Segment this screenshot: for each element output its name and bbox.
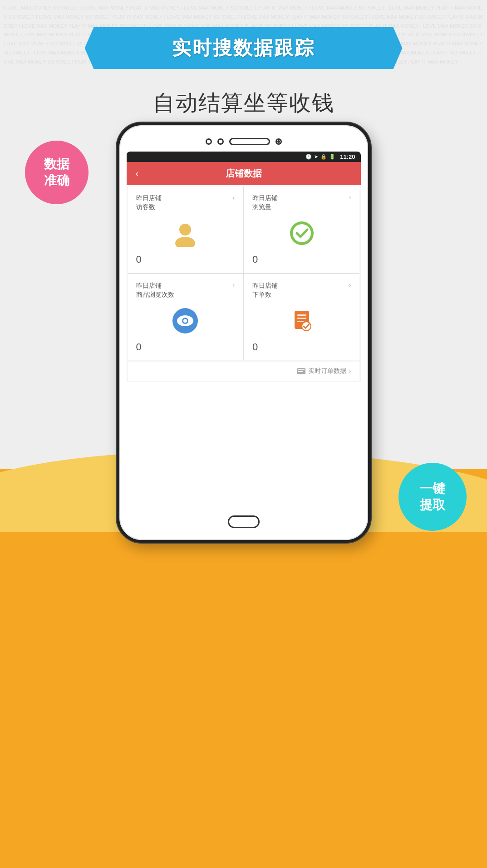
card-icon-area-3 — [136, 303, 235, 339]
screen-empty-area — [127, 382, 361, 509]
realtime-text: 实时订单数据 — [308, 367, 346, 375]
back-button[interactable]: ‹ — [136, 168, 139, 179]
card-value-3: 0 — [136, 339, 235, 353]
phone-dot-2 — [217, 138, 224, 145]
realtime-link-icon — [297, 368, 305, 374]
cyan-bubble-text-line2: 提取 — [420, 497, 445, 513]
card-icon-area-1 — [136, 215, 235, 251]
card-title-2: 昨日店铺 浏览量 — [252, 194, 278, 211]
card-title-line1-1: 昨日店铺 — [136, 194, 162, 203]
card-header-1: 昨日店铺 访客数 › — [136, 194, 235, 211]
navigation-icon: ➤ — [314, 154, 318, 160]
card-title-3: 昨日店铺 商品浏览次数 — [136, 281, 174, 299]
card-arrow-4: › — [349, 281, 351, 289]
card-title-line2-1: 访客数 — [136, 203, 162, 212]
cyan-bubble: 一键 提取 — [398, 463, 467, 531]
svg-rect-11 — [297, 321, 304, 322]
app-header: ‹ 店铺数据 — [127, 162, 361, 185]
phone-top-bar — [127, 134, 361, 152]
subtitle: 自动结算坐等收钱 — [153, 88, 335, 118]
product-views-card[interactable]: 昨日店铺 商品浏览次数 › 0 — [128, 274, 243, 360]
svg-rect-9 — [297, 314, 306, 316]
user-icon — [172, 220, 199, 247]
banner-text: 实时搜数据跟踪 — [172, 37, 315, 59]
visitors-card[interactable]: 昨日店铺 访客数 › 0 — [128, 186, 243, 273]
eye-icon — [172, 307, 199, 334]
pageviews-card[interactable]: 昨日店铺 浏览量 › 0 — [244, 186, 359, 273]
realtime-link[interactable]: 实时订单数据 › — [128, 362, 359, 381]
card-title-line1-4: 昨日店铺 — [252, 281, 278, 290]
card-header-3: 昨日店铺 商品浏览次数 › — [136, 281, 235, 299]
card-arrow-2: › — [349, 194, 351, 201]
battery-icon: 🔋 — [329, 154, 335, 160]
status-bar: 🕐 ➤ 🔒 🔋 11:20 — [127, 152, 361, 162]
svg-point-7 — [183, 319, 187, 323]
card-value-1: 0 — [136, 251, 235, 265]
pink-bubble-text-line2: 准确 — [44, 172, 69, 189]
realtime-link-arrow: › — [349, 368, 351, 375]
status-time: 11:20 — [340, 153, 355, 160]
svg-rect-15 — [298, 371, 303, 372]
card-title-line1-3: 昨日店铺 — [136, 281, 174, 290]
banner-container: 实时搜数据跟踪 — [85, 27, 403, 69]
svg-rect-14 — [298, 369, 305, 370]
card-arrow-1: › — [232, 194, 235, 201]
svg-point-1 — [175, 237, 195, 247]
svg-point-3 — [293, 224, 311, 242]
circle-check-icon — [288, 220, 315, 247]
subtitle-text: 自动结算坐等收钱 — [153, 91, 335, 115]
card-arrow-3: › — [232, 281, 235, 289]
phone-bottom-bar — [127, 509, 361, 531]
card-icon-area-4 — [252, 303, 351, 339]
phone-speaker — [229, 138, 270, 145]
banner: 实时搜数据跟踪 — [85, 27, 403, 69]
card-title-line2-3: 商品浏览次数 — [136, 290, 174, 299]
home-button[interactable] — [228, 515, 260, 528]
cyan-bubble-text-line1: 一键 — [420, 481, 445, 497]
svg-rect-10 — [297, 318, 306, 319]
card-title-line2-2: 浏览量 — [252, 203, 278, 212]
card-header-2: 昨日店铺 浏览量 › — [252, 194, 351, 211]
phone-screen: 🕐 ➤ 🔒 🔋 11:20 ‹ 店铺数据 昨日店铺 — [127, 152, 361, 509]
status-icons: 🕐 ➤ 🔒 🔋 — [305, 154, 335, 160]
card-title-line2-4: 下单数 — [252, 290, 278, 299]
phone-camera — [275, 138, 282, 145]
card-value-2: 0 — [252, 251, 351, 265]
card-value-4: 0 — [252, 339, 351, 353]
data-grid: 昨日店铺 访客数 › 0 — [128, 186, 359, 360]
order-icon — [288, 307, 315, 334]
svg-point-0 — [179, 224, 191, 235]
pink-bubble-text-line1: 数据 — [44, 156, 69, 172]
card-title-4: 昨日店铺 下单数 — [252, 281, 278, 299]
phone-outer: 🕐 ➤ 🔒 🔋 11:20 ‹ 店铺数据 昨日店铺 — [117, 123, 371, 543]
realtime-link-content: 实时订单数据 › — [297, 367, 351, 375]
header-title: 店铺数据 — [226, 167, 262, 180]
card-header-4: 昨日店铺 下单数 › — [252, 281, 351, 299]
pink-bubble: 数据 准确 — [25, 141, 89, 204]
card-title-1: 昨日店铺 访客数 — [136, 194, 162, 211]
card-title-line1-2: 昨日店铺 — [252, 194, 278, 203]
phone-mockup: 🕐 ➤ 🔒 🔋 11:20 ‹ 店铺数据 昨日店铺 — [117, 123, 371, 543]
phone-dot-1 — [206, 138, 212, 145]
clock-icon: 🕐 — [305, 154, 312, 160]
lock-icon: 🔒 — [320, 154, 327, 160]
card-icon-area-2 — [252, 215, 351, 251]
orders-card[interactable]: 昨日店铺 下单数 › — [244, 274, 359, 360]
